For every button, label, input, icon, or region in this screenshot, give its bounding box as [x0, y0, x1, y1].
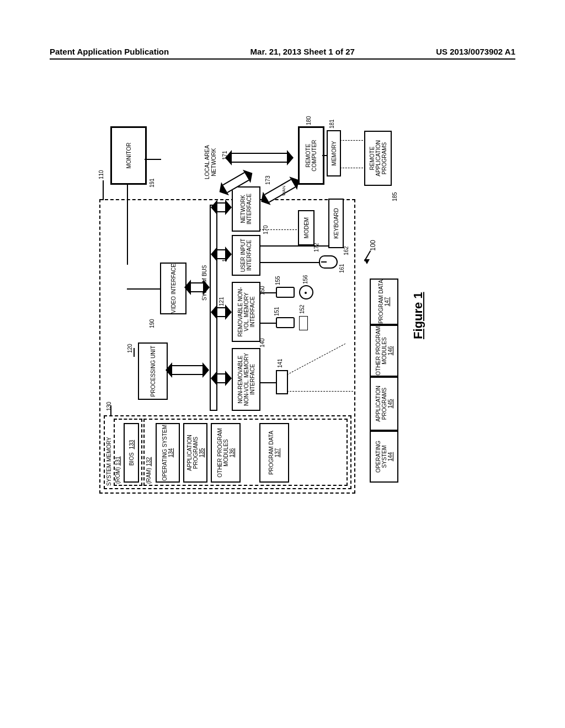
program-data-box: PROGRAM DATA137: [259, 423, 289, 483]
rom-label: (ROM) 131: [115, 457, 121, 484]
mouse-icon: [319, 255, 338, 269]
os-box: OPERATING SYSTEM134: [156, 423, 180, 483]
hdd-icon: [276, 370, 288, 394]
floppy-drive-icon: [276, 317, 295, 328]
ref-190: 190: [149, 319, 156, 328]
ref-180: 180: [306, 116, 312, 125]
bios-box: BIOS 133: [124, 423, 139, 483]
ref-152: 152: [299, 304, 306, 314]
ref-141: 141: [277, 358, 284, 368]
ref-185: 185: [392, 192, 398, 201]
arrow-video-bus: [191, 282, 203, 292]
header-right: US 2013/0073902 A1: [436, 47, 515, 56]
ref-110: 110: [98, 170, 105, 179]
arrow-bus-nonrem: [217, 373, 225, 383]
figure-1-diagram: SYSTEM MEMORY (ROM) 131 BIOS 133 (RAM) 1…: [94, 113, 480, 494]
arrow-bus-rem: [217, 307, 225, 317]
arrow-bus-net: [217, 202, 225, 212]
ref-172: 172: [313, 243, 320, 252]
remote-computer-box: REMOTE COMPUTER: [298, 126, 324, 185]
ref-151: 151: [274, 307, 280, 316]
lan-label: LOCAL AREA NETWORK: [204, 145, 217, 179]
app2-box: APPLICATION PROGRAMS145: [370, 377, 398, 431]
nonremovable-iface-box: NON-REMOVABLE NON-VOL. MEMORY INTERFACE: [232, 348, 260, 411]
remote-apps-box: REMOTE APPLICATION PROGRAMS: [364, 131, 392, 186]
ref-121: 121: [218, 297, 225, 306]
figure-caption: Figure 1: [411, 292, 425, 339]
app-programs-box: APPLICATION PROGRAMS135: [183, 423, 207, 483]
ref-173: 173: [265, 175, 271, 185]
ram-label: (RAM) 132: [146, 457, 152, 484]
remote-memory-box: MEMORY: [327, 130, 341, 176]
arrow-lan-remote: [232, 153, 287, 163]
ref-162: 162: [343, 246, 350, 255]
ref-191: 191: [149, 178, 156, 188]
ref-181: 181: [329, 119, 335, 129]
processing-unit-box: PROCESSING UNIT: [138, 342, 168, 400]
modem-box: MODEM: [298, 210, 315, 245]
removable-iface-box: REMOVABLE NON-VOL. MEMORY INTERFACE: [232, 282, 260, 342]
header-left: Patent Application Publication: [50, 47, 169, 56]
optical-drive-icon: [276, 287, 295, 298]
page-header: Patent Application Publication Mar. 21, …: [50, 47, 515, 60]
arrow-bus-user: [217, 249, 225, 259]
floppy-media-icon: [299, 316, 308, 330]
os2-box: OPERATING SYSTEM144: [370, 431, 398, 483]
ref-155: 155: [275, 276, 281, 285]
other2-box: OTHER PROGRAM MODULES146: [370, 325, 398, 377]
arrow-cpu-bus: [172, 365, 202, 375]
monitor-box: MONITOR: [110, 126, 147, 185]
video-interface-box: VIDEO INTERFACE: [160, 263, 186, 314]
other-modules-box: OTHER PROGRAM MODULES136: [211, 423, 241, 483]
progdata2-box: PROGRAM DATA147: [370, 279, 398, 325]
header-center: Mar. 21, 2013 Sheet 1 of 27: [250, 47, 355, 56]
ref-150: 150: [259, 286, 266, 295]
ref-120: 120: [127, 344, 134, 353]
ref-100: 100: [370, 240, 377, 251]
ref-156: 156: [302, 275, 309, 284]
user-input-iface-box: USER INPUT INTERFACE: [232, 235, 260, 276]
ref-161: 161: [339, 264, 345, 273]
network-iface-box: NETWORK INTERFACE: [232, 186, 260, 232]
keyboard-box: KEYBOARD: [328, 199, 344, 248]
wan-label: WAN: [281, 186, 286, 196]
system-memory-label: SYSTEM MEMORY: [106, 437, 113, 486]
